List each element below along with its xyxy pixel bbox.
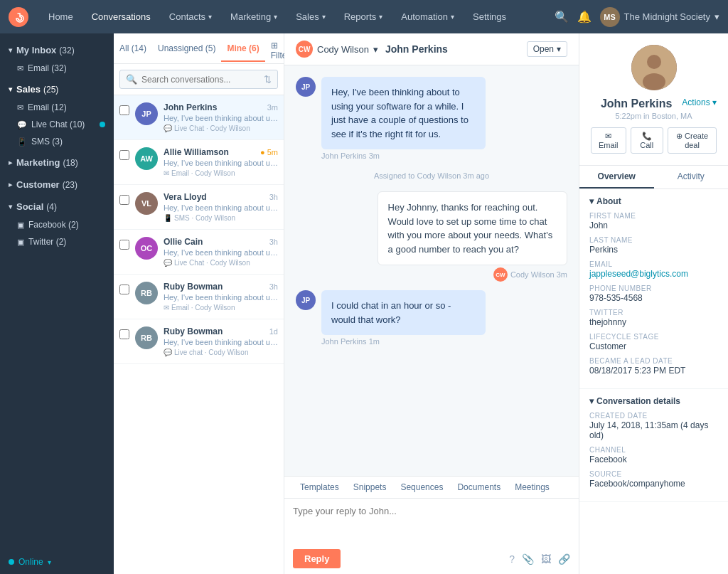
tab-overview[interactable]: Overview [579,166,654,188]
sidebar-item-livechat-sales[interactable]: 💬 Live Chat (10) [0,116,114,133]
conv-time: 3h [269,238,278,246]
conv-item-john-perkins[interactable]: JP John Perkins 3m Hey, I've been thinki… [114,95,284,140]
tab-meetings[interactable]: Meetings [508,477,557,498]
conv-item-ollie-cain[interactable]: OC Ollie Cain 3h Hey, I've been thinking… [114,230,284,275]
marketing-count: (18) [63,158,77,168]
user-menu[interactable]: MS The Midnight Society ▾ [600,7,719,27]
tab-templates[interactable]: Templates [293,477,346,498]
conv-name: Ollie Cain [164,237,203,247]
chevron-right-icon: ▸ [9,181,12,188]
notification-icon[interactable]: 🔔 [577,10,592,23]
sidebar-item-email-inbox[interactable]: ✉ Email (32) [0,60,114,77]
conv-channel: 💬 Live Chat · Cody Wilson [164,124,278,132]
tab-snippets[interactable]: Snippets [346,477,394,498]
actions-link[interactable]: Actions ▾ [682,97,717,107]
sidebar-item-sms-sales[interactable]: 📱 SMS (3) [0,133,114,150]
conv-item-ruby-bowman-1[interactable]: RB Ruby Bowman 3h Hey, I've been thinkin… [114,275,284,319]
tab-documents[interactable]: Documents [450,477,508,498]
conv-checkbox[interactable] [119,195,129,205]
tab-activity[interactable]: Activity [654,166,729,188]
right-sidebar: Actions ▾ John Perkins 5:22pm in Boston,… [579,33,728,574]
chevron-down-icon: ▾ [48,558,51,566]
call-contact-button[interactable]: 📞 Call [631,127,664,154]
conv-preview: Hey, I've been thinking about using your… [164,203,278,212]
nav-right: 🔍 🔔 MS The Midnight Society ▾ [555,7,719,27]
last-name-label: Last Name [589,236,718,244]
nav-home[interactable]: Home [40,7,82,26]
chevron-down-icon: ▾ [557,44,561,54]
reply-button[interactable]: Reply [293,549,341,568]
attachment-icon[interactable]: 📎 [522,553,534,565]
conversation-details-section: ▾ Conversation details Created date July… [579,389,728,502]
online-badge [100,122,105,127]
sidebar-header-social[interactable]: ▾ Social (4) [0,197,114,216]
assignee-selector[interactable]: CW Cody Wilson ▾ [296,41,378,58]
email-contact-button[interactable]: ✉ Email [591,127,626,154]
sidebar-header-sales[interactable]: ▾ Sales (25) [0,80,114,99]
conversation-items: JP John Perkins 3m Hey, I've been thinki… [114,95,284,574]
sidebar-section-label: Customer [16,179,60,190]
nav-automation[interactable]: Automation ▾ [392,7,463,26]
conv-item-vera-lloyd[interactable]: VL Vera Lloyd 3h Hey, I've been thinking… [114,185,284,230]
conv-checkbox[interactable] [119,240,129,250]
sidebar-item-facebook[interactable]: ▣ Facebook (2) [0,216,114,233]
tab-sequences[interactable]: Sequences [393,477,450,498]
phone-value: 978-535-4568 [589,293,718,303]
search-box[interactable]: 🔍 ⇅ [119,70,278,89]
tab-all[interactable]: All (14) [114,36,152,62]
hubspot-logo[interactable] [9,7,28,27]
conv-preview: Hey, I've been thinking about using your… [164,159,278,167]
nav-settings[interactable]: Settings [464,7,515,26]
email-value[interactable]: jappleseed@biglytics.com [589,269,718,279]
chat-status[interactable]: Open ▾ [527,41,567,57]
about-header[interactable]: ▾ About [589,196,718,206]
sidebar-header-myinbox[interactable]: ▾ My Inbox (32) [0,41,114,60]
sidebar-section-label: Social [16,201,43,212]
sidebar-item-email-sales[interactable]: ✉ Email (12) [0,99,114,116]
image-icon[interactable]: 🖼 [541,553,551,565]
reply-textarea[interactable] [284,499,579,541]
lead-date-label: Became a Lead Date [589,357,718,365]
source-value: Facebook/companyhome [589,479,718,489]
social-count: (4) [46,202,57,212]
help-icon[interactable]: ? [509,553,515,565]
conv-preview: Hey, I've been thinking about using your… [164,338,278,346]
conv-checkbox[interactable] [119,105,129,115]
conv-item-allie-williamson[interactable]: AW Allie Williamson ● 5m Hey, I've been … [114,140,284,185]
sidebar-header-customer[interactable]: ▸ Customer (23) [0,175,114,194]
conv-checkbox[interactable] [119,285,129,294]
first-name-label: First name [589,212,718,220]
sidebar-section-label: My Inbox [16,45,56,55]
contact-actions: ✉ Email 📞 Call ⊕ Create deal [591,127,717,154]
nav-marketing[interactable]: Marketing ▾ [222,7,286,26]
sales-count: (25) [43,85,58,95]
nav-contacts[interactable]: Contacts ▾ [161,7,220,26]
message-bubble: Hey, I've been thinking about to using y… [321,77,486,149]
conv-item-ruby-bowman-2[interactable]: RB Ruby Bowman 1d Hey, I've been thinkin… [114,319,284,364]
sidebar-header-marketing[interactable]: ▸ Marketing (18) [0,153,114,172]
sidebar-item-twitter[interactable]: ▣ Twitter (2) [0,233,114,250]
conv-checkbox[interactable] [119,329,129,339]
search-icon[interactable]: 🔍 [555,10,569,23]
create-deal-button[interactable]: ⊕ Create deal [668,127,717,154]
reply-toolbar: ? 📎 🖼 🔗 [509,553,570,565]
chat-area: CW Cody Wilson ▾ John Perkins Open ▾ JP … [284,33,579,574]
user-name: The Midnight Society [624,11,710,22]
tab-unassigned[interactable]: Unassigned (5) [152,36,221,62]
conv-name: Ruby Bowman [164,326,223,336]
nav-sales[interactable]: Sales ▾ [287,7,334,26]
nav-conversations[interactable]: Conversations [83,7,159,26]
tab-mine[interactable]: Mine (6) [221,36,264,62]
nav-reports[interactable]: Reports ▾ [336,7,392,26]
conv-preview: Hey, I've been thinking about using your… [164,248,278,257]
first-name-value: John [589,220,718,230]
online-toggle[interactable]: Online ▾ [9,557,105,567]
conv-checkbox[interactable] [119,150,129,160]
sort-icon[interactable]: ⇅ [264,74,272,85]
sidebar-section-customer: ▸ Customer (23) [0,175,114,194]
assignee-avatar: CW [296,41,313,58]
conv-time: ● 5m [260,148,278,156]
search-input[interactable] [141,75,259,85]
conversation-details-header[interactable]: ▾ Conversation details [589,396,718,406]
link-icon[interactable]: 🔗 [558,553,570,565]
